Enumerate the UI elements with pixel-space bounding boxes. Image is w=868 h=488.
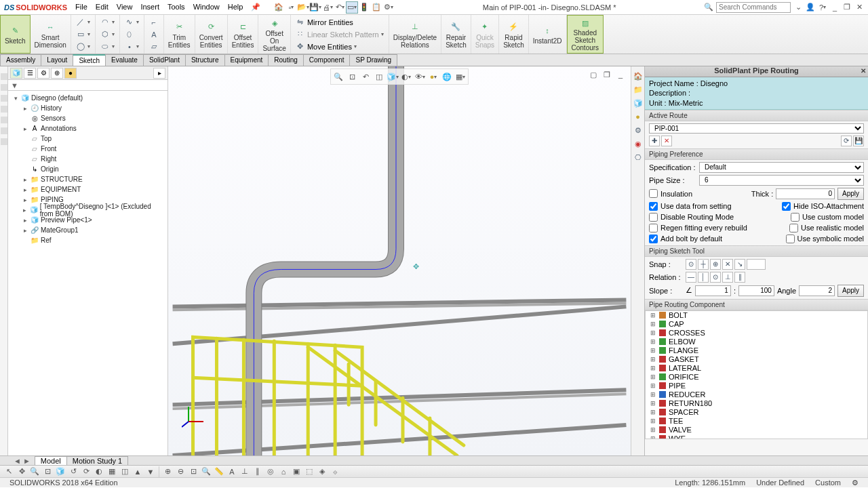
restore-icon[interactable]: ❐ bbox=[842, 3, 852, 12]
tab-equipment[interactable]: Equipment bbox=[224, 54, 269, 66]
help-icon[interactable]: ?▾ bbox=[818, 3, 827, 12]
menu-pin-icon[interactable]: 📌 bbox=[247, 1, 264, 14]
bt-icon[interactable]: A bbox=[226, 466, 238, 478]
user-icon[interactable]: 👤 bbox=[806, 3, 815, 12]
route-refresh-icon[interactable]: ⟳ bbox=[841, 136, 852, 146]
undo-icon[interactable]: ↶▾ bbox=[334, 1, 346, 14]
filter-icon[interactable]: ▼ bbox=[11, 81, 18, 89]
fm-tab-tree-icon[interactable]: 🧊 bbox=[10, 68, 22, 79]
prev-view-icon[interactable]: ↶ bbox=[359, 70, 372, 83]
tab-layout[interactable]: Layout bbox=[41, 54, 73, 66]
tree-item-top[interactable]: ▱Top bbox=[9, 134, 166, 144]
specification-select[interactable]: Default bbox=[699, 162, 864, 173]
line-tool[interactable]: ／▾ bbox=[74, 16, 92, 28]
thick-input[interactable] bbox=[776, 188, 835, 199]
tree-root[interactable]: ▾🧊Disegno (default) bbox=[9, 93, 166, 103]
tab-solidplant[interactable]: SolidPlant bbox=[143, 54, 186, 66]
realistic-model-checkbox[interactable]: Use realistic model bbox=[789, 224, 864, 232]
bt-icon[interactable]: ⊕ bbox=[161, 466, 174, 478]
text-tool[interactable]: A bbox=[147, 28, 161, 40]
pipe-size-select[interactable]: 6 bbox=[699, 175, 864, 186]
bt-icon[interactable]: ↺ bbox=[67, 466, 79, 478]
bt-icon[interactable]: ⬚ bbox=[303, 466, 315, 478]
tab-component[interactable]: Component bbox=[303, 54, 351, 66]
snap-near-icon[interactable]: ↘ bbox=[734, 259, 745, 270]
comp-crosses[interactable]: ⊞CROSSES bbox=[646, 329, 867, 338]
bt-icon[interactable]: ⊡ bbox=[41, 466, 54, 478]
bt-icon[interactable]: ⊡ bbox=[187, 466, 199, 478]
tree-item-ref[interactable]: 📁Ref bbox=[9, 235, 166, 245]
regen-checkbox[interactable]: Regen fitting every rebuild bbox=[649, 224, 747, 232]
rel-horiz-icon[interactable]: — bbox=[686, 272, 696, 283]
tree-item-sensors[interactable]: ◎Sensors bbox=[9, 113, 166, 123]
symbolic-model-checkbox[interactable]: Use symbolic model bbox=[786, 235, 864, 243]
bt-icon[interactable]: ◐ bbox=[93, 466, 105, 478]
tab-model[interactable]: Model bbox=[35, 456, 67, 465]
tree-item-origin[interactable]: ↳Origin bbox=[9, 164, 166, 174]
smart-dimension-button[interactable]: ↔Smart Dimension bbox=[31, 15, 71, 54]
angle-input[interactable] bbox=[799, 285, 835, 296]
tree-item-structure[interactable]: ▸📁STRUCTURE bbox=[9, 174, 166, 184]
hide-iso-checkbox[interactable]: Hide ISO-Attachment bbox=[782, 202, 864, 211]
apply-button[interactable]: Apply bbox=[837, 188, 864, 200]
linear-pattern-button[interactable]: ∷Linear Sketch Pattern▾ bbox=[294, 28, 386, 40]
comp-gasket[interactable]: ⊞GASKET bbox=[646, 355, 867, 364]
tree-item-tempbody[interactable]: ▸🧊[ TempBody^Disegno ]<1> (Excluded from… bbox=[9, 205, 166, 215]
circle-tool[interactable]: ◯▾ bbox=[74, 41, 92, 52]
tree-item-right[interactable]: ▱Right bbox=[9, 154, 166, 164]
quick-snaps-button[interactable]: ✦Quick Snaps bbox=[471, 15, 499, 54]
add-bolt-checkbox[interactable]: Add bolt by default bbox=[649, 235, 722, 243]
appearance-icon[interactable]: ●▾ bbox=[427, 70, 439, 83]
bt-icon[interactable]: ⌂ bbox=[277, 466, 290, 478]
bt-icon[interactable]: 🧊 bbox=[54, 466, 66, 478]
section-icon[interactable]: ◫ bbox=[373, 70, 385, 83]
bt-icon[interactable]: ▦ bbox=[106, 466, 118, 478]
comp-wye[interactable]: ⊞WYE bbox=[646, 434, 867, 439]
bt-icon[interactable]: ◈ bbox=[316, 466, 328, 478]
taskpane-routing-icon[interactable]: ⎔ bbox=[633, 152, 644, 163]
rapid-sketch-button[interactable]: ⚡Rapid Sketch bbox=[499, 15, 529, 54]
comp-pipe[interactable]: ⊞PIPE bbox=[646, 382, 867, 390]
snap-int-icon[interactable]: ✕ bbox=[722, 259, 733, 270]
bt-icon[interactable]: ▣ bbox=[290, 466, 302, 478]
strip-icon[interactable] bbox=[1, 106, 7, 113]
display-delete-relations-button[interactable]: ⊥Display/Delete Relations bbox=[389, 15, 441, 54]
convert-entities-button[interactable]: ⟳Convert Entities bbox=[195, 15, 228, 54]
taskpane-appearance-icon[interactable]: ● bbox=[633, 111, 644, 122]
comp-cap[interactable]: ⊞CAP bbox=[646, 320, 867, 329]
fm-tab-appear-icon[interactable]: ● bbox=[64, 68, 77, 79]
panel-close-icon[interactable]: ✕ bbox=[861, 67, 866, 75]
route-save-icon[interactable]: 💾 bbox=[853, 136, 864, 146]
offset-entities-button[interactable]: ⊏Offset Entities bbox=[228, 15, 259, 54]
disable-routing-checkbox[interactable]: Disable Routing Mode bbox=[649, 213, 734, 222]
use-data-checkbox[interactable]: Use data from setting bbox=[649, 202, 732, 211]
bt-icon[interactable]: 🔍 bbox=[200, 466, 212, 478]
active-route-select[interactable]: PIP-001 bbox=[649, 123, 864, 134]
slope-apply-button[interactable]: Apply bbox=[837, 285, 864, 297]
strip-icon[interactable] bbox=[1, 127, 7, 134]
comp-return180[interactable]: ⊞RETURN180 bbox=[646, 399, 867, 408]
rect-tool[interactable]: ▭▾ bbox=[74, 28, 92, 40]
fm-tab-dim-icon[interactable]: ⊕ bbox=[51, 68, 63, 79]
fm-tab-expand-icon[interactable]: ▸ bbox=[153, 68, 165, 79]
snap-center-icon[interactable]: ⊕ bbox=[710, 259, 721, 270]
rel-parallel-icon[interactable]: ∥ bbox=[734, 272, 745, 283]
plane-tool[interactable]: ▱ bbox=[147, 41, 161, 52]
bt-icon[interactable]: ⊖ bbox=[174, 466, 186, 478]
bt-icon[interactable]: ∥ bbox=[252, 466, 264, 478]
comp-bolt[interactable]: ⊞BOLT bbox=[646, 311, 867, 320]
hide-show-icon[interactable]: 👁▾ bbox=[414, 70, 426, 83]
point-tool[interactable]: •▾ bbox=[123, 41, 141, 52]
render-icon[interactable]: ▦▾ bbox=[454, 70, 467, 83]
slot-tool[interactable]: ⬭▾ bbox=[98, 41, 117, 52]
rebuild-icon[interactable]: 🚦 bbox=[358, 1, 370, 14]
taskpane-solidplant-icon[interactable]: ◉ bbox=[633, 138, 644, 149]
bt-icon[interactable]: ◎ bbox=[264, 466, 277, 478]
status-gear-icon[interactable]: ⚙ bbox=[846, 479, 864, 487]
strip-icon[interactable] bbox=[1, 138, 7, 145]
menu-tools[interactable]: Tools bbox=[163, 1, 189, 14]
zoom-area-icon[interactable]: ⊡ bbox=[346, 70, 358, 83]
rel-vert-icon[interactable]: │ bbox=[698, 272, 709, 283]
comp-spacer[interactable]: ⊞SPACER bbox=[646, 408, 867, 417]
view-orient-icon[interactable]: 🧊▾ bbox=[387, 70, 399, 83]
